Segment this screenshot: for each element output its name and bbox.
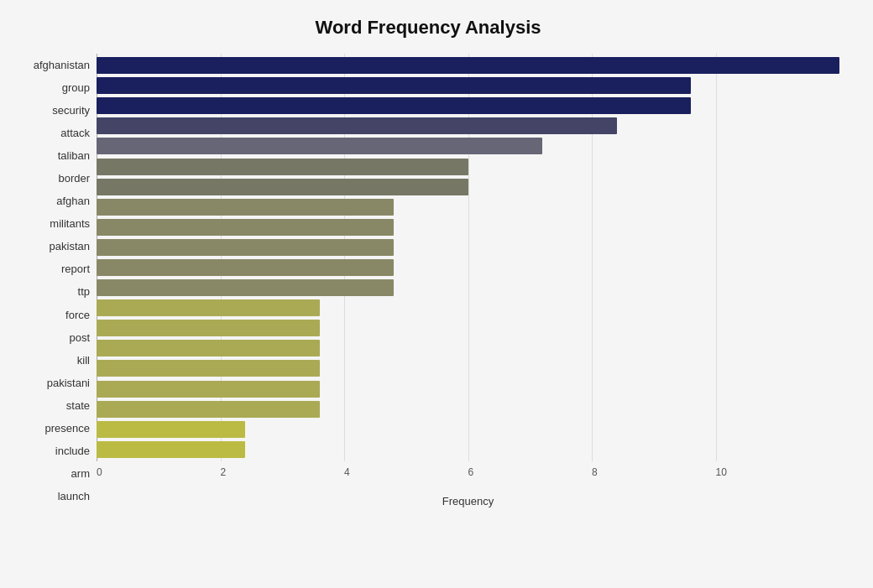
bar [97, 179, 468, 195]
bar [97, 77, 691, 94]
y-axis-label: taliban [58, 145, 90, 167]
x-axis: 0246810 [97, 465, 839, 490]
chart-area: afghanistangroupsecurityattacktalibanbor… [17, 54, 839, 507]
bar [97, 299, 320, 316]
bar [97, 57, 839, 74]
y-axis-label: group [62, 77, 90, 99]
y-axis-label: state [66, 394, 90, 416]
chart-container: Word Frequency Analysis afghanistangroup… [0, 0, 873, 588]
bar [97, 320, 320, 336]
chart-title: Word Frequency Analysis [17, 17, 839, 39]
x-ticks: 0246810 [97, 465, 839, 490]
bar [97, 239, 394, 256]
bar [97, 259, 394, 276]
bar [97, 97, 691, 114]
y-axis-label: include [55, 440, 90, 461]
y-axis-label: border [58, 168, 90, 190]
bars-inner [97, 54, 839, 461]
x-tick: 0 [97, 465, 221, 478]
bar [97, 159, 468, 175]
bar-row [97, 217, 839, 237]
bar-row [97, 177, 839, 197]
bars-wrapper [97, 54, 839, 461]
y-axis-label: attack [60, 122, 90, 144]
bar-row [97, 338, 839, 358]
x-tick: 10 [716, 465, 840, 478]
y-axis-label: militants [50, 213, 90, 235]
y-axis-label: post [69, 326, 90, 348]
x-tick: 8 [592, 465, 716, 478]
bar [97, 199, 394, 216]
y-axis-label: force [65, 304, 90, 325]
y-axis-label: arm [71, 462, 90, 484]
bar-row [97, 258, 839, 278]
bar-row [97, 379, 839, 399]
y-axis-label: launch [58, 485, 90, 507]
bar [97, 340, 320, 356]
bar-row [97, 96, 839, 116]
x-tick: 2 [221, 465, 345, 478]
bar-row [97, 156, 839, 176]
y-axis: afghanistangroupsecurityattacktalibanbor… [17, 54, 97, 507]
bar-row [97, 55, 839, 75]
y-axis-label: report [61, 258, 90, 280]
bar [97, 219, 394, 236]
bar-row [97, 75, 839, 96]
y-axis-label: afghanistan [34, 55, 90, 76]
bars-and-x: 0246810 Frequency [97, 54, 839, 507]
y-axis-label: ttp [78, 281, 90, 303]
bar [97, 117, 617, 134]
y-axis-label: pakistan [50, 236, 90, 258]
bar [97, 441, 245, 458]
bar-row [97, 399, 839, 419]
bar [97, 138, 542, 154]
y-axis-label: afghan [56, 190, 90, 212]
bar [97, 279, 394, 296]
bar [97, 421, 245, 438]
bar-row [97, 197, 839, 217]
bar-row [97, 440, 839, 460]
y-axis-label: pakistani [47, 372, 90, 393]
x-axis-label: Frequency [97, 495, 839, 507]
bar-row [97, 278, 839, 298]
bar [97, 381, 320, 398]
y-axis-label: presence [45, 417, 90, 439]
bar-row [97, 136, 839, 156]
x-tick: 6 [468, 465, 593, 478]
bar-row [97, 116, 839, 136]
bar-row [97, 358, 839, 378]
y-axis-label: security [52, 100, 90, 122]
bar-row [97, 419, 839, 440]
bar-row [97, 298, 839, 318]
x-tick: 4 [344, 465, 468, 478]
bar-row [97, 237, 839, 258]
bar [97, 401, 320, 418]
bar-row [97, 318, 839, 338]
bar [97, 360, 320, 377]
y-axis-label: kill [77, 349, 90, 371]
